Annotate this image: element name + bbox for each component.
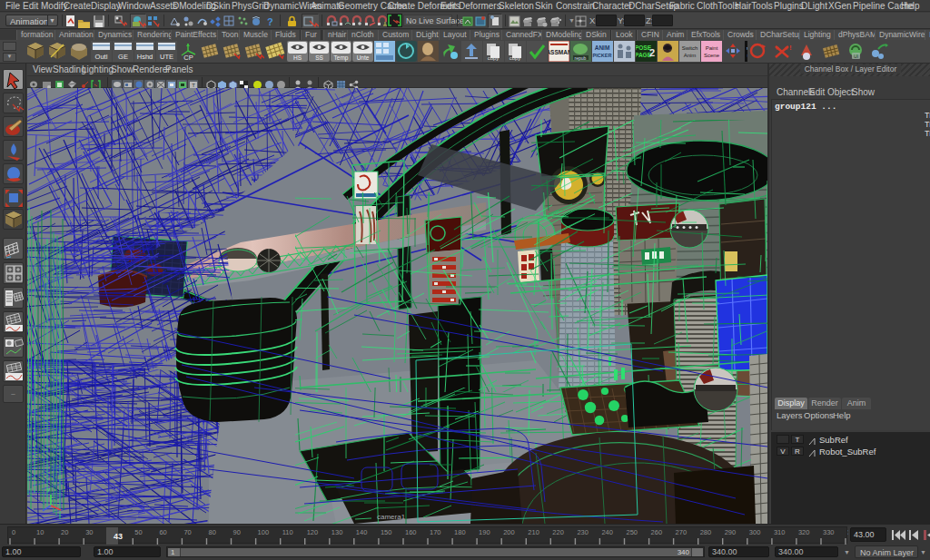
- svg-text:PICKER: PICKER: [593, 53, 612, 58]
- svg-text:Scene: Scene: [704, 53, 720, 58]
- svg-text:43: 43: [114, 532, 123, 541]
- svg-text:60: 60: [159, 528, 166, 536]
- svg-text:80: 80: [209, 528, 216, 536]
- svg-text:100: 100: [258, 528, 270, 536]
- svg-text:UI: UI: [854, 54, 858, 59]
- svg-text:30: 30: [85, 528, 93, 536]
- svg-text:320: 320: [798, 528, 810, 536]
- svg-text:260: 260: [651, 528, 663, 536]
- svg-text:SS: SS: [315, 54, 323, 61]
- svg-text:y: y: [47, 486, 50, 492]
- svg-text:ASSMAN: ASSMAN: [549, 49, 569, 55]
- svg-text:20: 20: [61, 528, 68, 536]
- svg-text:Unte: Unte: [357, 54, 370, 61]
- svg-text:250: 250: [627, 528, 638, 536]
- svg-text:UTE: UTE: [160, 53, 173, 61]
- svg-text:300: 300: [749, 528, 761, 536]
- svg-text:Hshd: Hshd: [137, 53, 153, 61]
- svg-text:Switch: Switch: [682, 45, 698, 51]
- svg-text:90: 90: [233, 528, 241, 536]
- svg-text:340: 340: [847, 528, 848, 536]
- svg-text:copy: copy: [488, 55, 500, 61]
- svg-text:220: 220: [552, 528, 564, 536]
- svg-text:310: 310: [774, 528, 786, 536]
- svg-text:repub: repub: [575, 55, 587, 61]
- svg-text:190: 190: [479, 528, 490, 536]
- svg-text:330: 330: [823, 528, 835, 536]
- svg-text:150: 150: [381, 528, 392, 536]
- svg-text:240: 240: [601, 528, 613, 536]
- svg-text:?: ?: [267, 16, 273, 27]
- svg-text:160: 160: [405, 528, 417, 536]
- svg-text:CP: CP: [183, 54, 193, 62]
- svg-text:Outl: Outl: [95, 53, 108, 61]
- svg-text:70: 70: [183, 528, 191, 536]
- svg-text:50: 50: [134, 528, 142, 536]
- svg-text:140: 140: [356, 528, 368, 536]
- svg-text:copy: copy: [510, 55, 521, 61]
- svg-text:290: 290: [725, 528, 737, 536]
- svg-text:Temp: Temp: [334, 54, 349, 62]
- svg-text:230: 230: [577, 528, 589, 536]
- svg-text:180: 180: [454, 528, 466, 536]
- svg-text:130: 130: [331, 528, 343, 536]
- svg-text:110: 110: [282, 528, 293, 536]
- svg-text:2: 2: [649, 47, 655, 58]
- svg-text:HS: HS: [293, 54, 302, 61]
- svg-text:Paint: Paint: [706, 45, 718, 51]
- svg-text:270: 270: [676, 528, 688, 536]
- svg-text:170: 170: [430, 528, 441, 536]
- svg-text:Anim: Anim: [684, 53, 697, 58]
- svg-text:10: 10: [36, 528, 44, 536]
- svg-text:GE: GE: [118, 53, 128, 61]
- svg-text:280: 280: [700, 528, 712, 536]
- svg-text:0: 0: [12, 528, 15, 536]
- svg-text:210: 210: [528, 528, 539, 536]
- svg-text:!: !: [789, 44, 792, 52]
- svg-text:ANIM: ANIM: [595, 44, 610, 51]
- svg-text:120: 120: [307, 528, 319, 536]
- svg-text:200: 200: [503, 528, 515, 536]
- svg-text:camera1: camera1: [377, 513, 406, 521]
